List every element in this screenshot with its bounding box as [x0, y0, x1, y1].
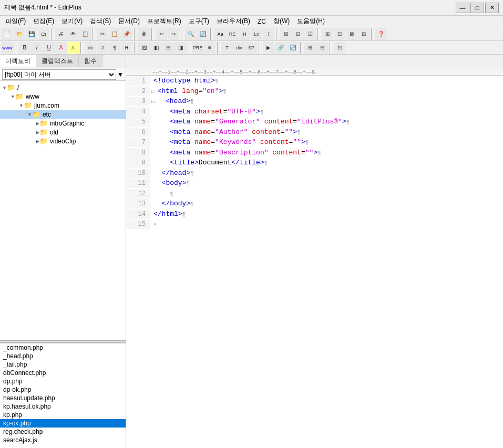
help-btn[interactable]: ❓	[375, 28, 387, 40]
table-btn[interactable]: ⊞	[304, 42, 316, 54]
pre-btn[interactable]: PRE	[192, 42, 203, 54]
tree-item-etc[interactable]: ▼ 📁etc	[0, 110, 126, 119]
menu-item-document[interactable]: 문서(D)	[115, 16, 143, 27]
img-btn[interactable]: 🖼	[138, 42, 150, 54]
menu-item-edit[interactable]: 편집(E)	[30, 16, 57, 27]
btn-icon7[interactable]: ⊟	[358, 28, 369, 40]
menu-item-view[interactable]: 보기(V)	[58, 16, 86, 27]
nb-btn[interactable]: nb	[85, 42, 96, 54]
save-btn[interactable]: 💾	[26, 28, 37, 40]
menu-item-file[interactable]: 파일(F)	[2, 16, 29, 27]
save-all-btn[interactable]: 🗂	[38, 28, 49, 40]
btn-icon2[interactable]: ⊟	[292, 28, 304, 40]
bg-btn[interactable]: A	[67, 42, 79, 54]
www-btn[interactable]: www	[2, 42, 13, 54]
preview-btn[interactable]: 👁	[67, 28, 79, 40]
btn-icon4[interactable]: ⊞	[322, 28, 333, 40]
file-item-kphaesul[interactable]: kp.haesul.ok.php	[0, 402, 126, 411]
btn-icon3[interactable]: ☑	[304, 28, 316, 40]
extra1-btn[interactable]: ⊡	[334, 42, 345, 54]
tab-directory[interactable]: 디렉토리	[0, 55, 36, 67]
maximize-button[interactable]: □	[470, 3, 484, 13]
tree-item-videoClip[interactable]: ▶ 📁videoClip	[0, 137, 126, 145]
menu-item-project[interactable]: 프로젝트(R)	[144, 16, 184, 27]
j-btn[interactable]: J	[97, 42, 108, 54]
para-btn[interactable]: ¶	[109, 42, 120, 54]
menu-item-window[interactable]: 창(W)	[270, 16, 293, 27]
file-item-kpok[interactable]: kp-ok.php	[0, 419, 126, 428]
line-content[interactable]: <meta name="Generator" content="EditPlus…	[150, 117, 350, 127]
menu-item-tools[interactable]: 도구(T)	[186, 16, 212, 27]
btn-a[interactable]: Aa	[214, 28, 226, 40]
replace-btn[interactable]: 🔄	[197, 28, 209, 40]
server-dropdown[interactable]: [ftp00] 마이 서버	[2, 69, 116, 80]
file-item-common[interactable]: _common.php	[0, 343, 126, 352]
line-content[interactable]: <meta charset="UTF-8">¶	[150, 107, 264, 117]
btn-h[interactable]: H	[239, 28, 250, 40]
line-content[interactable]: ¶	[150, 189, 173, 199]
ftp-btn[interactable]: 🔗	[275, 42, 286, 54]
line-content[interactable]: <html lang="en">¶	[154, 86, 227, 97]
undo-btn[interactable]: ↩	[156, 28, 167, 40]
tl-btn[interactable]: T	[221, 42, 233, 54]
print-btn[interactable]: 🖨	[55, 28, 67, 40]
file-item-dp[interactable]: dp.php	[0, 377, 126, 386]
line-content[interactable]: <meta name="Author" content="">¶	[150, 127, 301, 138]
minimize-button[interactable]: —	[456, 3, 469, 13]
new-btn[interactable]: 📄	[2, 28, 13, 40]
tree-item-root[interactable]: ▼ 📁/	[0, 83, 126, 92]
line-content[interactable]: <body>¶	[150, 178, 190, 189]
file-item-dbconnect[interactable]: dbConnect.php	[0, 369, 126, 377]
paste-btn[interactable]: 📌	[121, 28, 132, 40]
line-content[interactable]: <head>¶	[154, 96, 193, 107]
btn-re[interactable]: RE	[227, 28, 238, 40]
btn-icon6[interactable]: ⊠	[346, 28, 357, 40]
file-item-regcheck[interactable]: reg.check.php	[0, 428, 126, 436]
find-btn[interactable]: 🔍	[185, 28, 197, 40]
line-content[interactable]: <meta name="Keywords" content="">¶	[150, 137, 309, 148]
tree-item-jjum[interactable]: ▼ 📁jjum.com	[0, 101, 126, 110]
dropdown-arrow-icon[interactable]: ▼	[117, 71, 124, 78]
btn-t[interactable]: T	[263, 28, 274, 40]
file-item-dpok[interactable]: dp-ok.php	[0, 386, 126, 394]
btn-icon1[interactable]: ⊞	[280, 28, 292, 40]
refresh-btn[interactable]: 🔃	[287, 42, 299, 54]
italic-btn[interactable]: I	[31, 42, 43, 54]
div-btn[interactable]: div	[233, 42, 245, 54]
btn-lx[interactable]: Lx	[251, 28, 262, 40]
btn3[interactable]: 📋	[79, 28, 91, 40]
file-item-searcajax[interactable]: searcAjax.js	[0, 436, 126, 444]
btn-icon5[interactable]: ⊡	[334, 28, 345, 40]
menu-item-zc[interactable]: ZC	[254, 17, 269, 26]
line-content[interactable]: <title>Document</title>¶	[150, 158, 268, 168]
block-collapse-icon[interactable]: □	[150, 89, 154, 96]
tab-cliptext[interactable]: 클립텍스트	[36, 55, 79, 67]
tree-item-old[interactable]: ▶ 📁old	[0, 128, 126, 137]
file-item-kp[interactable]: kp.php	[0, 411, 126, 419]
tab-function[interactable]: 함수	[79, 55, 102, 67]
run-btn[interactable]: ▶	[263, 42, 274, 54]
align-l-btn[interactable]: ◧	[150, 42, 162, 54]
underline-btn[interactable]: U	[43, 42, 55, 54]
tree-item-www[interactable]: ▼ 📁www	[0, 92, 126, 101]
list-btn[interactable]: ≡	[204, 42, 215, 54]
delete-btn[interactable]: 🗑	[138, 28, 150, 40]
tree-item-introGraphic[interactable]: ▶ 📁introGraphic	[0, 119, 126, 128]
menu-item-help[interactable]: 도움말(H)	[294, 16, 328, 27]
align-r-btn[interactable]: ◨	[174, 42, 186, 54]
menu-item-search[interactable]: 검색(S)	[87, 16, 114, 27]
editor-content[interactable]: 1<!doctype html>¶2□<html lang="en">¶3□ <…	[126, 76, 503, 448]
file-item-head[interactable]: _head.php	[0, 352, 126, 360]
line-content[interactable]: </html>¶	[150, 209, 186, 220]
line-content[interactable]: ▪	[150, 219, 157, 230]
align-c-btn[interactable]: ⊟	[162, 42, 174, 54]
sp-btn[interactable]: SP	[245, 42, 257, 54]
copy-btn[interactable]: 📋	[109, 28, 120, 40]
frame-btn[interactable]: ⊟	[316, 42, 328, 54]
line-content[interactable]: </head>¶	[150, 168, 194, 179]
open-btn[interactable]: 📂	[14, 28, 25, 40]
bold-btn[interactable]: B	[19, 42, 30, 54]
menu-item-browser[interactable]: 브라우저(B)	[213, 16, 253, 27]
file-list-scroll[interactable]: _common.php_head.php_tail.phpdbConnect.p…	[0, 343, 126, 448]
cut-btn[interactable]: ✂	[97, 28, 108, 40]
